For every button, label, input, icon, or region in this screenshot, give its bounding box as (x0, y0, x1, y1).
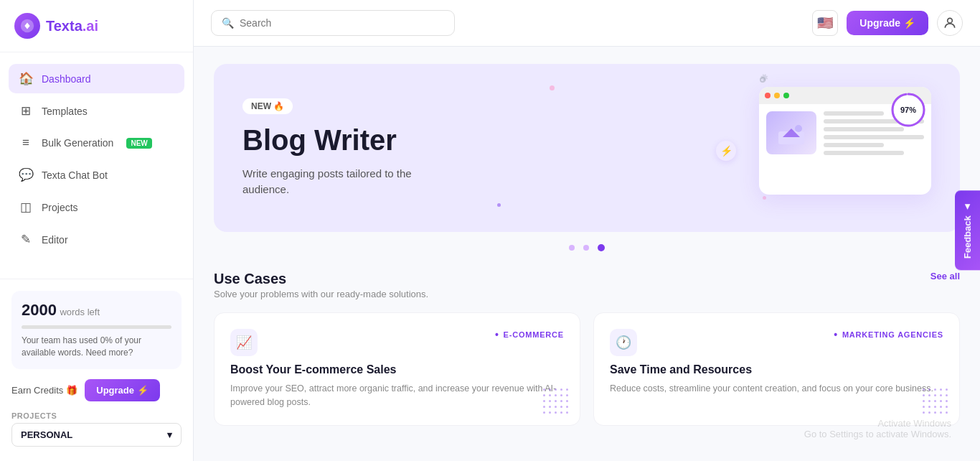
svg-point-4 (795, 125, 802, 132)
carousel-dot-1[interactable] (569, 245, 575, 251)
sidebar-bottom: 2000 words left Your team has used 0% of… (0, 279, 193, 461)
app-name: Texta.ai (46, 18, 98, 34)
feedback-tab[interactable]: Feedback ▲ (955, 191, 980, 271)
sidebar-item-chatbot[interactable]: 💬 Texta Chat Bot (9, 160, 184, 190)
carousel-dot-2[interactable] (583, 245, 589, 251)
sidebar-item-label: Projects (42, 202, 78, 213)
svg-point-1 (948, 18, 953, 23)
sidebar-nav: 🏠 Dashboard ⊞ Templates ≡ Bulk Generatio… (0, 52, 193, 279)
earn-credits-link[interactable]: Earn Credits 🎁 (11, 385, 77, 396)
browser-dot-green (783, 93, 789, 98)
card-title-ecommerce: Boost Your E-commerce Sales (230, 363, 564, 376)
words-label: words left (60, 307, 100, 317)
flag-icon: 🇺🇸 (817, 15, 833, 31)
card-desc-marketing: Reduce costs, streamline your content cr… (610, 382, 943, 396)
deco-dot-2 (497, 203, 501, 207)
sidebar-item-templates[interactable]: ⊞ Templates (9, 96, 184, 126)
upgrade-button-topbar[interactable]: Upgrade ⚡ (847, 11, 928, 35)
text-line (824, 151, 904, 155)
main-area: 🔍 🇺🇸 Upgrade ⚡ NEW 🔥 Blog Writer (194, 0, 980, 461)
carousel-dots (214, 241, 960, 253)
text-line (824, 135, 924, 139)
card-icon-wrap: 🕐 (610, 329, 637, 356)
home-icon: 🏠 (19, 71, 33, 86)
content-area: NEW 🔥 Blog Writer Write engaging posts t… (194, 47, 980, 461)
text-line (824, 143, 884, 147)
text-line (824, 111, 884, 116)
upgrade-button-sidebar[interactable]: Upgrade ⚡ (85, 379, 159, 401)
new-badge: NEW (126, 138, 151, 149)
projects-dropdown-label: Projects (11, 411, 182, 420)
sidebar-actions: Earn Credits 🎁 Upgrade ⚡ (11, 379, 182, 401)
svg-text:97%: 97% (900, 106, 916, 114)
dots-pattern (543, 388, 570, 415)
topbar-right: 🇺🇸 Upgrade ⚡ (812, 10, 963, 36)
see-all-link[interactable]: See all (930, 271, 960, 281)
progress-ring: 97% (890, 91, 927, 129)
templates-icon: ⊞ (19, 103, 33, 118)
user-menu-button[interactable] (937, 10, 963, 36)
carousel-dot-3[interactable] (598, 244, 605, 251)
sidebar: Texta.ai 🏠 Dashboard ⊞ Templates ≡ Bulk … (0, 0, 194, 461)
deco-dot-1 (550, 85, 555, 90)
section-title: Use Cases (214, 271, 428, 287)
use-case-card-ecommerce[interactable]: 📈 E-COMMERCE Boost Your E-commerce Sales… (214, 312, 580, 426)
bulk-icon: ≡ (19, 136, 33, 150)
logo-icon (14, 13, 40, 39)
projects-icon: ◫ (19, 200, 33, 215)
hero-content-left: NEW 🔥 Blog Writer Write engaging posts t… (242, 98, 443, 198)
card-title-marketing: Save Time and Resources (610, 363, 943, 376)
card-desc-ecommerce: Improve your SEO, attract more organic t… (230, 382, 564, 409)
search-box: 🔍 (211, 10, 455, 36)
hero-description: Write engaging posts tailored to the aud… (242, 166, 443, 198)
sidebar-item-bulk[interactable]: ≡ Bulk Generation NEW (9, 129, 184, 157)
section-subtitle: Solve your problems with our ready-made … (214, 289, 428, 299)
words-count-display: 2000 words left (22, 301, 171, 320)
search-input[interactable] (240, 17, 444, 29)
sidebar-item-dashboard[interactable]: 🏠 Dashboard (9, 64, 184, 93)
sidebar-item-label: Editor (42, 234, 68, 246)
topbar: 🔍 🇺🇸 Upgrade ⚡ (194, 0, 980, 47)
use-cases-grid: 📈 E-COMMERCE Boost Your E-commerce Sales… (214, 312, 960, 426)
hero-carousel: NEW 🔥 Blog Writer Write engaging posts t… (214, 64, 960, 232)
hero-title: Blog Writer (242, 124, 443, 156)
chat-icon: 💬 (19, 167, 33, 182)
card-category-marketing: MARKETING AGENCIES (834, 329, 943, 340)
words-left-box: 2000 words left Your team has used 0% of… (11, 291, 182, 369)
card-category-ecommerce: E-COMMERCE (495, 329, 564, 340)
logo-area: Texta.ai (0, 0, 193, 52)
dots-pattern (923, 388, 949, 415)
lightning-icon: ⚡ (716, 141, 736, 161)
gear-deco-icon (755, 73, 770, 87)
hero-badge: NEW 🔥 (242, 98, 293, 114)
sidebar-item-projects[interactable]: ◫ Projects (9, 192, 184, 222)
hero-illustration: ⚡ (730, 87, 931, 209)
sidebar-item-label: Templates (42, 106, 88, 117)
words-used-text: Your team has used 0% of your available … (22, 335, 171, 359)
search-icon: 🔍 (222, 17, 234, 29)
browser-dot-yellow (774, 93, 780, 98)
projects-dropdown: Projects PERSONAL ▾ (11, 411, 182, 447)
chevron-down-icon: ▾ (167, 429, 172, 440)
words-count: 2000 (22, 301, 57, 319)
sidebar-item-editor[interactable]: ✎ Editor (9, 225, 184, 254)
sidebar-item-label: Dashboard (42, 73, 91, 85)
language-selector[interactable]: 🇺🇸 (812, 10, 838, 36)
sidebar-item-label: Bulk Generation (42, 137, 113, 149)
section-title-group: Use Cases Solve your problems with our r… (214, 271, 428, 299)
browser-image-mock (766, 111, 816, 154)
editor-icon: ✎ (19, 232, 33, 247)
browser-dot-red (765, 93, 771, 98)
project-selector[interactable]: PERSONAL ▾ (11, 423, 182, 447)
progress-bar-background (22, 325, 171, 329)
use-case-card-marketing[interactable]: 🕐 MARKETING AGENCIES Save Time and Resou… (593, 312, 960, 426)
card-icon-wrap: 📈 (230, 329, 258, 356)
sidebar-item-label: Texta Chat Bot (42, 169, 108, 181)
section-header: Use Cases Solve your problems with our r… (214, 271, 960, 299)
